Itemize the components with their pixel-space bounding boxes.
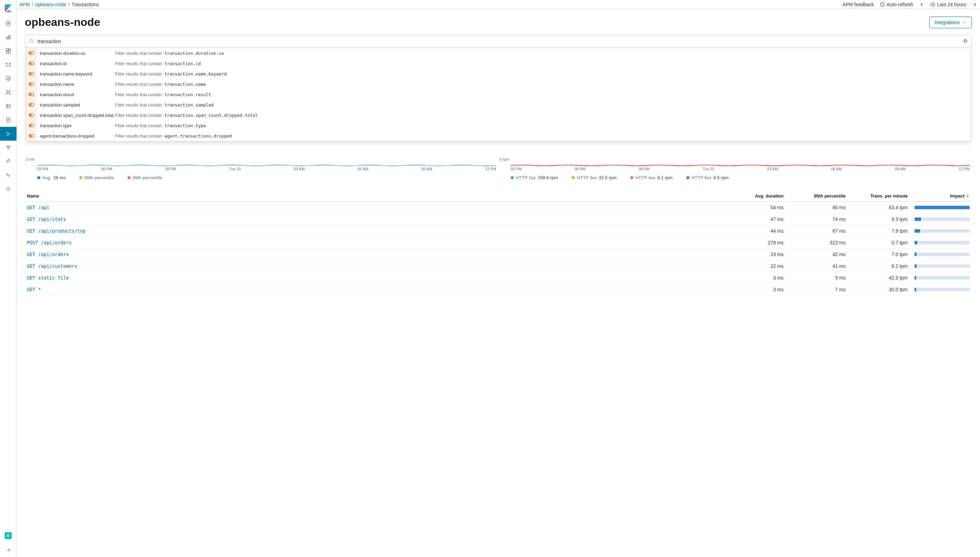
close-circle-icon — [963, 39, 968, 43]
kibana-logo[interactable] — [0, 0, 16, 16]
cell-avg: 44 ms — [739, 228, 783, 234]
col-avg[interactable]: Avg. duration — [739, 193, 783, 199]
legend-item[interactable]: 99th percentile — [127, 175, 162, 180]
transaction-name-link[interactable]: GET /api/stats — [27, 217, 739, 222]
space-badge[interactable]: D — [5, 532, 12, 539]
svg-line-38 — [7, 147, 8, 148]
field-type-icon — [26, 79, 37, 89]
suggestion-item[interactable]: transaction.type Filter results that con… — [26, 120, 970, 130]
suggestion-field: transaction.type — [37, 123, 115, 128]
svg-marker-1 — [7, 23, 9, 24]
auto-refresh-toggle[interactable]: Auto-refresh — [880, 2, 913, 7]
cell-avg: 3 ms — [739, 287, 783, 292]
search-input[interactable] — [25, 35, 972, 48]
legend-item[interactable]: HTTP 3xx 32.5 rpm — [572, 175, 616, 180]
transaction-name-link[interactable]: POST /api/orders — [27, 240, 739, 246]
nav-collapse[interactable] — [0, 543, 16, 557]
col-name[interactable]: Name — [27, 193, 739, 199]
suggestion-desc: Filter results that contain agent.transa… — [115, 134, 232, 138]
nav-timelion[interactable] — [0, 58, 16, 72]
breadcrumb-sep: / — [68, 2, 70, 7]
legend-dot-icon — [79, 176, 82, 179]
time-range-picker[interactable]: Last 24 hours — [930, 2, 966, 7]
transaction-name-link[interactable]: GET /api/products/top — [27, 228, 739, 234]
breadcrumb-sep: / — [32, 2, 33, 7]
legend-item[interactable]: HTTP 5xx 8.5 rpm — [686, 175, 729, 180]
suggestion-desc: Filter results that contain transaction.… — [115, 103, 214, 107]
suggestion-item[interactable]: transaction.result Filter results that c… — [26, 89, 970, 99]
legend-value: 8.5 rpm — [713, 175, 728, 180]
nav-apm[interactable] — [0, 127, 16, 141]
col-impact[interactable]: Impact — [908, 193, 970, 199]
legend-item[interactable]: Avg. 26 ms — [37, 175, 65, 180]
suggestion-field: transaction.duration.us — [37, 50, 115, 56]
suggestion-item[interactable]: transaction.name.keyword Filter results … — [26, 68, 970, 79]
field-type-icon — [26, 130, 37, 141]
cell-impact — [908, 264, 970, 268]
transaction-name-link[interactable]: GET /api/customers — [27, 263, 739, 269]
transactions-table: Name Avg. duration 95th percentile Trans… — [25, 191, 972, 295]
x-tick: 09 AM — [895, 167, 905, 171]
suggestion-item[interactable]: transaction.span_count.dropped.total Fil… — [26, 110, 970, 120]
nav-canvas[interactable] — [0, 72, 16, 85]
nav-monitoring[interactable] — [0, 168, 16, 182]
field-type-icon — [26, 110, 37, 120]
search-suggestions: transaction.duration.us Filter results t… — [26, 48, 971, 141]
transaction-name-link[interactable]: GET /api — [27, 205, 739, 210]
integrations-button[interactable]: Integrations — [930, 16, 972, 28]
impact-bar — [915, 264, 970, 268]
breadcrumb-root[interactable]: APM — [19, 2, 30, 7]
time-prev-button[interactable] — [919, 2, 924, 7]
page-title: opbeans-node — [25, 16, 100, 29]
col-tpm[interactable]: Trans. per minute — [846, 193, 908, 199]
svg-line-39 — [8, 147, 9, 148]
suggestion-item[interactable]: transaction.name Filter results that con… — [26, 79, 970, 89]
cell-p95: 74 ms — [783, 217, 846, 222]
cell-avg: 54 ms — [739, 205, 783, 210]
suggestion-field: transaction.result — [37, 92, 115, 97]
nav-logs[interactable] — [0, 113, 16, 127]
transaction-name-link[interactable]: GET static file — [27, 275, 739, 280]
nav-visualize[interactable] — [0, 30, 16, 44]
search-icon — [29, 38, 34, 44]
svg-point-27 — [7, 107, 7, 107]
x-tick: 03 PM — [511, 167, 522, 171]
nav-discover[interactable] — [0, 16, 16, 30]
cell-tpm: 6.2 tpm — [846, 263, 908, 269]
svg-line-23 — [9, 93, 10, 94]
side-nav: D — [0, 0, 16, 557]
nav-infrastructure[interactable] — [0, 99, 16, 113]
legend-item[interactable]: 95th percentile — [79, 175, 114, 180]
svg-point-36 — [9, 146, 10, 147]
suggestion-item[interactable]: transaction.id Filter results that conta… — [26, 58, 970, 68]
cell-impact — [908, 218, 970, 221]
svg-rect-2 — [6, 37, 7, 39]
legend-item[interactable]: HTTP 2xx 159.6 rpm — [511, 175, 558, 180]
cell-tpm: 9.3 tpm — [846, 217, 908, 222]
suggestion-item[interactable]: transaction.sampled Filter results that … — [26, 99, 970, 110]
suggestion-item[interactable]: transaction.duration.us Filter results t… — [26, 48, 970, 58]
nav-management[interactable] — [0, 182, 16, 196]
nav-devtools[interactable] — [0, 155, 16, 168]
suggestion-item[interactable]: agent.transactions.dropped Filter result… — [26, 130, 970, 141]
cell-tpm: 0.7 tpm — [846, 240, 908, 246]
field-type-icon — [26, 120, 37, 130]
refresh-icon — [880, 2, 885, 7]
transaction-name-link[interactable]: GET * — [27, 287, 739, 292]
legend-dot-icon — [127, 176, 131, 179]
nav-ml[interactable] — [0, 85, 16, 99]
breadcrumb-service[interactable]: opbeans-node — [35, 2, 66, 7]
col-p95[interactable]: 95th percentile — [783, 193, 846, 199]
clear-search-button[interactable] — [963, 39, 968, 44]
apm-feedback-link[interactable]: APM feedback — [842, 2, 874, 7]
transaction-name-link[interactable]: GET /api/orders — [27, 252, 739, 257]
time-next-button[interactable] — [972, 2, 977, 7]
cell-impact — [908, 241, 970, 244]
suggestion-field: transaction.span_count.dropped.total — [37, 113, 115, 118]
legend-item[interactable]: HTTP 4xx 9.1 rpm — [630, 175, 673, 180]
nav-dashboard[interactable] — [0, 44, 16, 58]
legend-name: 95th percentile — [85, 175, 114, 180]
x-tick: 12 PM — [959, 167, 970, 171]
nav-graph[interactable] — [0, 141, 16, 155]
svg-rect-9 — [6, 77, 10, 80]
